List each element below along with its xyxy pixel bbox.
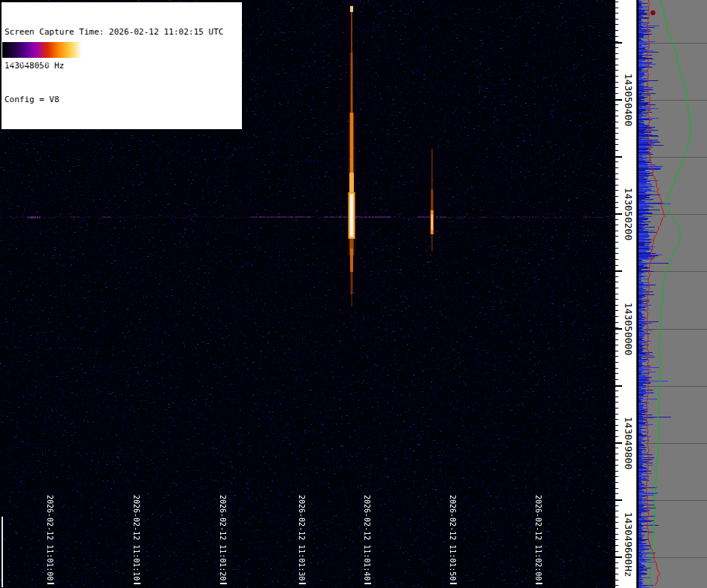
time-axis-tick xyxy=(47,583,54,584)
frequency-axis-label: 143049600 xyxy=(623,512,634,565)
time-axis-tick xyxy=(220,583,227,584)
color-scale-legend: -80 dB -60 -40 xyxy=(2,42,82,68)
frequency-major-tick xyxy=(615,442,622,444)
time-axis-label: 2026-02-12 11:02:00 xyxy=(534,495,542,580)
frequency-major-tick xyxy=(615,270,622,272)
frequency-major-tick xyxy=(615,156,622,158)
legend-labels: -80 dB -60 -40 xyxy=(2,58,82,68)
time-axis-tick xyxy=(364,583,371,584)
spectrum-graph-panel[interactable] xyxy=(638,0,707,588)
time-axis-label: 2026-02-12 11:01:30 xyxy=(298,495,306,580)
legend-label-max: -40 xyxy=(67,59,80,67)
color-gradient-bar xyxy=(2,42,82,58)
time-axis-tick xyxy=(536,583,542,584)
frequency-axis-label: 143049800 xyxy=(623,417,634,469)
clipped-label-mark xyxy=(2,517,3,587)
time-axis-label: 2026-02-12 11:01:50 xyxy=(449,495,457,580)
spectrum-lab-screen: Screen Capture Time: 2026-02-12 11:02:15… xyxy=(0,0,707,588)
time-axis-label: 2026-02-12 11:01:40 xyxy=(363,495,371,580)
frequency-axis: 143050400 143050200 143050000 143049800 … xyxy=(615,0,636,588)
frequency-axis-label: 143050400 xyxy=(623,74,634,126)
time-axis-label: 2026-02-12 11:01:00 xyxy=(46,495,54,580)
frequency-major-tick xyxy=(615,499,622,501)
frequency-axis-label: 143050200 xyxy=(623,188,634,240)
frequency-major-tick xyxy=(615,328,622,330)
legend-label-mid: -60 xyxy=(37,59,50,67)
frequency-axis-label: 143050000 xyxy=(623,303,634,355)
frequency-major-tick xyxy=(615,556,622,558)
time-axis-tick xyxy=(134,583,140,584)
config-text: Config = V8 xyxy=(5,94,239,105)
time-axis-label: 2026-02-12 11:01:20 xyxy=(219,495,227,580)
frequency-unit-label: Hz xyxy=(623,565,634,577)
frequency-major-tick xyxy=(615,213,622,215)
legend-label-min: -80 dB xyxy=(2,59,29,67)
time-axis-tick xyxy=(450,583,457,584)
time-axis-tick xyxy=(299,583,306,584)
time-axis-label: 2026-02-12 11:01:10 xyxy=(132,495,140,580)
capture-time-text: Screen Capture Time: 2026-02-12 11:02:15… xyxy=(5,26,239,38)
frequency-major-tick xyxy=(615,99,622,101)
frequency-major-tick xyxy=(615,42,622,44)
frequency-major-tick xyxy=(615,385,622,387)
